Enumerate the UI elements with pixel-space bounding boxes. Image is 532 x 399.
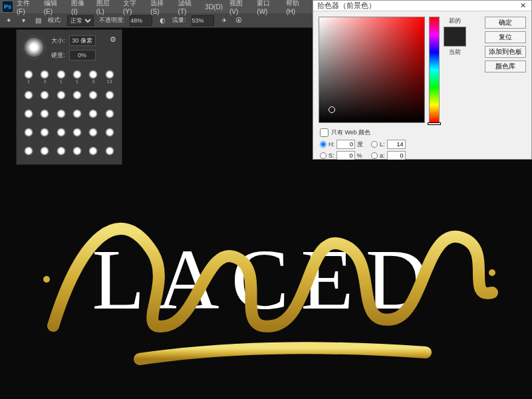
menu-window[interactable]: 窗口(W) bbox=[254, 0, 282, 15]
brush-preset[interactable] bbox=[55, 87, 68, 103]
flow-label: 流量: bbox=[172, 16, 186, 25]
photoshop-window: Ps 文件(F) 编辑(E) 图像(I) 图层(L) 文字(Y) 选择(S) 滤… bbox=[0, 0, 313, 160]
mode-select[interactable]: 正常 bbox=[67, 15, 94, 26]
menu-bar: Ps 文件(F) 编辑(E) 图像(I) 图层(L) 文字(Y) 选择(S) 滤… bbox=[0, 0, 313, 13]
brush-preset[interactable] bbox=[86, 124, 100, 140]
hue-thumb-icon bbox=[428, 122, 441, 125]
menu-select[interactable]: 选择(S) bbox=[148, 0, 174, 15]
l-radio[interactable] bbox=[371, 141, 378, 148]
color-picker-dialog: 拾色器（前景色） ✕ 新的 当前 确定 复位 添加到色板 颜色库 只有 Web … bbox=[313, 0, 532, 160]
color-field[interactable] bbox=[319, 17, 425, 123]
menu-type[interactable]: 文字(Y) bbox=[120, 0, 146, 15]
brush-preset[interactable] bbox=[38, 106, 51, 122]
menu-3d[interactable]: 3D(D) bbox=[202, 3, 225, 11]
brush-preset[interactable] bbox=[55, 106, 68, 122]
size-input[interactable] bbox=[69, 35, 96, 46]
brush-preset[interactable] bbox=[55, 124, 68, 140]
opacity-label: 不透明度: bbox=[99, 16, 125, 25]
brush-preset[interactable] bbox=[86, 143, 100, 159]
brush-preset[interactable] bbox=[103, 87, 116, 103]
brush-preset[interactable] bbox=[38, 124, 51, 140]
menu-view[interactable]: 视图(V) bbox=[227, 0, 253, 15]
current-label: 当前 bbox=[449, 48, 461, 57]
menu-edit[interactable]: 编辑(E) bbox=[41, 0, 67, 15]
size-label: 大小: bbox=[51, 37, 65, 45]
hardness-label: 硬度: bbox=[51, 51, 65, 60]
flow-input[interactable] bbox=[192, 15, 214, 26]
ok-button[interactable]: 确定 bbox=[485, 17, 526, 29]
brush-preset[interactable] bbox=[103, 124, 116, 140]
menu-image[interactable]: 图像(I) bbox=[68, 0, 92, 15]
color-swatch bbox=[444, 27, 466, 47]
brush-preset[interactable] bbox=[103, 143, 116, 159]
s-input[interactable] bbox=[336, 151, 355, 160]
brush-preset[interactable]: 1 bbox=[70, 68, 84, 84]
web-colors-checkbox[interactable] bbox=[320, 128, 329, 137]
pressure-size-icon[interactable]: ⦿ bbox=[234, 16, 243, 25]
options-bar: ✦ ▾ ▤ 模式: 正常 不透明度: ◐ 流量: ✈ ⦿ bbox=[0, 13, 313, 28]
brush-tool-icon[interactable]: ✦ bbox=[4, 16, 13, 25]
s-radio[interactable] bbox=[320, 152, 327, 159]
brush-preset[interactable] bbox=[70, 143, 84, 159]
brush-preset[interactable]: 13 bbox=[103, 68, 116, 84]
close-icon[interactable]: ✕ bbox=[518, 1, 527, 11]
pressure-opacity-icon[interactable]: ◐ bbox=[158, 16, 167, 25]
web-colors-label: 只有 Web 颜色 bbox=[331, 128, 370, 137]
brush-preset[interactable] bbox=[86, 87, 100, 103]
brush-preset[interactable] bbox=[86, 106, 100, 122]
cancel-button[interactable]: 复位 bbox=[485, 31, 526, 43]
brush-preset[interactable] bbox=[70, 87, 84, 103]
brush-preset[interactable] bbox=[55, 143, 68, 159]
brush-preset[interactable] bbox=[38, 87, 51, 103]
brush-panel-icon[interactable]: ▤ bbox=[33, 16, 43, 25]
brush-preset-panel: 大小: 硬度: ⚙ 1311313 bbox=[16, 29, 122, 165]
a-input[interactable] bbox=[387, 151, 406, 160]
brush-preset[interactable] bbox=[70, 106, 84, 122]
brush-grid: 1311313 bbox=[22, 68, 116, 159]
artwork-preview: LACED bbox=[0, 160, 532, 399]
brush-preset[interactable]: 1 bbox=[22, 68, 35, 84]
brush-preset[interactable] bbox=[38, 143, 51, 159]
opacity-input[interactable] bbox=[130, 15, 152, 26]
menu-filter[interactable]: 滤镜(T) bbox=[176, 0, 201, 15]
svg-point-1 bbox=[489, 269, 495, 276]
mode-label: 模式: bbox=[48, 16, 62, 25]
add-swatch-button[interactable]: 添加到色板 bbox=[485, 46, 526, 58]
color-cursor-icon bbox=[329, 106, 335, 113]
h-radio[interactable] bbox=[320, 141, 327, 148]
menu-layer[interactable]: 图层(L) bbox=[94, 0, 119, 15]
airbrush-icon[interactable]: ✈ bbox=[219, 16, 229, 25]
dialog-title: 拾色器（前景色） bbox=[317, 1, 376, 11]
menu-file[interactable]: 文件(F) bbox=[14, 0, 40, 15]
brush-preset[interactable]: 3 bbox=[38, 68, 51, 84]
gear-icon[interactable]: ⚙ bbox=[110, 35, 116, 44]
hue-slider[interactable] bbox=[429, 17, 440, 123]
brush-preset[interactable] bbox=[22, 106, 35, 122]
color-lib-button[interactable]: 颜色库 bbox=[485, 61, 526, 72]
l-input[interactable] bbox=[387, 140, 406, 149]
h-input[interactable] bbox=[336, 140, 355, 149]
brush-angle-preview[interactable] bbox=[22, 35, 46, 59]
a-radio[interactable] bbox=[371, 152, 378, 159]
svg-point-0 bbox=[43, 276, 50, 283]
menu-help[interactable]: 帮助(H) bbox=[283, 0, 310, 15]
brush-preset[interactable] bbox=[70, 124, 84, 140]
ps-logo-icon: Ps bbox=[3, 1, 13, 12]
hardness-input[interactable] bbox=[69, 50, 96, 61]
brush-preset[interactable] bbox=[103, 106, 116, 122]
brush-preset-icon[interactable]: ▾ bbox=[19, 16, 28, 25]
brush-preset[interactable]: 3 bbox=[86, 68, 100, 84]
brush-preset[interactable]: 1 bbox=[55, 68, 68, 84]
new-label: 新的 bbox=[449, 17, 461, 25]
laced-text: LACED bbox=[92, 229, 440, 329]
brush-preset[interactable] bbox=[22, 124, 35, 140]
brush-preset[interactable] bbox=[22, 87, 35, 103]
brush-preset[interactable] bbox=[22, 143, 35, 159]
